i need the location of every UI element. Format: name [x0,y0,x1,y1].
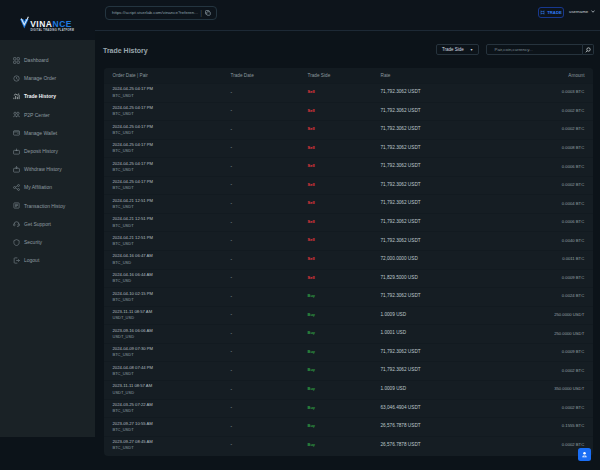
svg-text:VINANCE: VINANCE [30,19,72,29]
svg-text:DIGITAL TRADING PLATFORM: DIGITAL TRADING PLATFORM [31,28,75,32]
